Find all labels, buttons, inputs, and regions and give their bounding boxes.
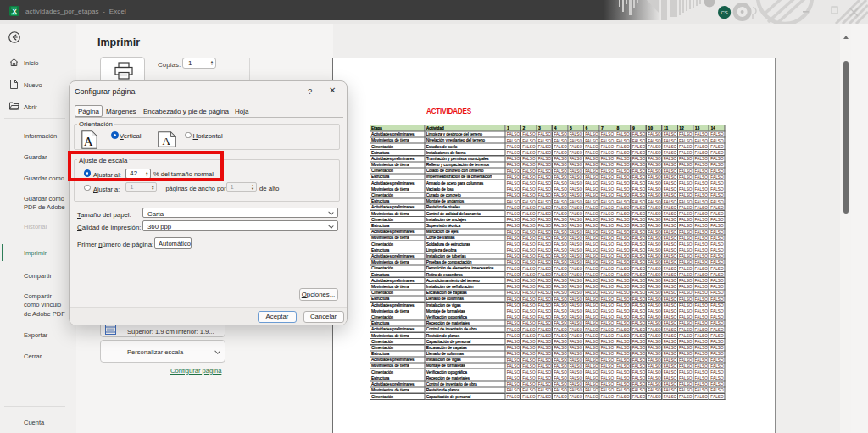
svg-text:A: A — [83, 135, 92, 148]
svg-text:A: A — [162, 135, 170, 147]
svg-text:CS: CS — [721, 10, 727, 15]
svg-text:X: X — [12, 8, 17, 15]
